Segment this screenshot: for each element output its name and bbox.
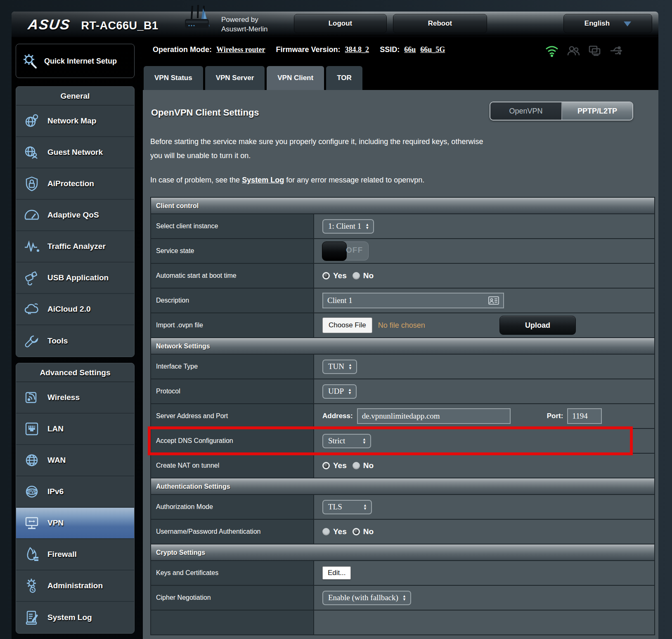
edit-keys-button[interactable]: Edit... — [322, 566, 351, 580]
userpass-no-radio[interactable] — [353, 528, 360, 535]
firmware-link[interactable]: 384.8_2 — [345, 45, 369, 54]
field-label: Authorization Mode — [151, 495, 314, 519]
system-log-icon — [24, 609, 40, 626]
page-title: OpenVPN Client Settings — [151, 107, 259, 118]
sidebar-item-label: USB Application — [47, 273, 109, 282]
sidebar-group-general: General Network Map Guest Netw — [16, 86, 135, 357]
field-label: Interface Type — [151, 355, 314, 379]
field-label: Protocol — [151, 379, 314, 403]
sidebar-item-administration[interactable]: Administration — [16, 570, 134, 602]
reboot-button[interactable]: Reboot — [393, 14, 487, 33]
tab-vpn-client[interactable]: VPN Client — [267, 66, 324, 90]
sidebar-item-label: Traffic Analyzer — [47, 242, 106, 251]
description-input[interactable]: Client 1 — [322, 293, 504, 308]
vpn-icon — [24, 515, 40, 531]
sidebar: Quick Internet Setup General Network Map — [12, 37, 143, 639]
system-log-link[interactable]: System Log — [242, 176, 284, 184]
vpn-client-panel: OpenVPN Client Settings OpenVPN PPTP/L2T… — [143, 90, 658, 639]
usb-stick-icon — [24, 270, 40, 286]
port-label: Port: — [547, 412, 563, 420]
sidebar-item-label: Administration — [47, 581, 103, 590]
accept-dns-select[interactable]: Strict ▲▼ — [322, 434, 371, 448]
select-arrows-icon: ▲▼ — [348, 363, 352, 370]
row-create-nat: Create NAT on tunnel Yes No — [151, 454, 654, 478]
autostart-no-radio[interactable] — [353, 272, 360, 279]
sidebar-item-guest-network[interactable]: Guest Network — [16, 137, 134, 168]
select-arrows-icon: ▲▼ — [365, 223, 369, 230]
sidebar-item-label: Network Map — [47, 116, 96, 125]
sidebar-item-adaptive-qos[interactable]: Adaptive QoS — [16, 200, 134, 231]
row-userpass-authentication: Username/Password Authentication Yes No — [151, 520, 654, 544]
sidebar-item-lan[interactable]: LAN — [16, 414, 134, 445]
field-label: Accept DNS Configuration — [151, 429, 314, 453]
sidebar-item-label: Guest Network — [47, 148, 103, 157]
radio-label: No — [363, 271, 374, 280]
section-client-control: Client control — [151, 198, 654, 214]
sidebar-item-aiprotection[interactable]: AiProtection — [16, 168, 134, 200]
tab-tor[interactable]: TOR — [326, 66, 362, 90]
clients-icon[interactable] — [566, 44, 580, 58]
row-protocol: Protocol UDP ▲▼ — [151, 379, 654, 404]
userpass-yes-radio[interactable] — [322, 528, 330, 535]
shield-lock-icon — [24, 175, 40, 192]
row-accept-dns-configuration: Accept DNS Configuration Strict ▲▼ — [151, 429, 654, 454]
chevron-down-icon — [624, 21, 631, 26]
language-select[interactable]: English — [563, 14, 652, 33]
gauge-icon — [24, 207, 40, 223]
tab-vpn-server[interactable]: VPN Server — [205, 66, 265, 90]
sidebar-item-ipv6[interactable]: IPV6 IPv6 — [16, 476, 134, 508]
sidebar-item-tools[interactable]: Tools — [16, 325, 134, 357]
ssid-5g-link[interactable]: 66u_5G — [420, 45, 445, 54]
router-admin-window: ASUS RT-AC66U_B1 Powered by Asuswrt-Merl… — [12, 12, 658, 639]
sidebar-item-vpn[interactable]: VPN — [16, 508, 134, 539]
router-image — [180, 5, 220, 37]
upload-button[interactable]: Upload — [499, 316, 576, 335]
row-server-address-port: Server Address and Port Address: de.vpnu… — [151, 404, 654, 429]
operation-mode-link[interactable]: Wireless router — [216, 45, 265, 54]
field-label: Create NAT on tunnel — [151, 454, 314, 478]
server-port-input[interactable]: 1194 — [567, 408, 602, 424]
wireless-icon — [24, 389, 40, 406]
file-status-text: No file chosen — [378, 321, 425, 330]
ssid-label: SSID: — [380, 45, 400, 54]
protocol-select[interactable]: UDP ▲▼ — [322, 384, 357, 399]
nat-no-radio[interactable] — [353, 462, 360, 469]
powered-by: Powered by Asuswrt-Merlin — [221, 15, 267, 34]
cipher-negotiation-select[interactable]: Enable (with fallback) ▲▼ — [322, 591, 411, 605]
sidebar-item-wireless[interactable]: Wireless — [16, 382, 134, 414]
sidebar-item-quick-internet-setup[interactable]: Quick Internet Setup — [16, 44, 135, 78]
wrench-icon — [24, 333, 40, 349]
sidebar-item-system-log[interactable]: System Log — [16, 602, 134, 633]
guest-network-icon — [24, 144, 40, 161]
client-instance-select[interactable]: 1: Client 1 ▲▼ — [322, 219, 374, 234]
logout-button[interactable]: Logout — [294, 14, 387, 33]
sidebar-item-traffic-analyzer[interactable]: Traffic Analyzer — [16, 231, 134, 263]
openvpn-toggle-button[interactable]: OpenVPN — [490, 102, 561, 120]
media-bridge-icon[interactable] — [588, 44, 602, 58]
autostart-yes-radio[interactable] — [322, 272, 330, 279]
sidebar-item-wan[interactable]: WAN — [16, 445, 134, 476]
section-crypto-settings: Crypto Settings — [151, 544, 654, 561]
interface-type-select[interactable]: TUN ▲▼ — [322, 360, 357, 374]
tab-vpn-status[interactable]: VPN Status — [144, 66, 203, 90]
usb-status-icon[interactable] — [609, 44, 624, 58]
sidebar-item-label: VPN — [47, 518, 64, 528]
row-description: Description Client 1 — [151, 289, 654, 313]
nat-yes-radio[interactable] — [322, 462, 330, 469]
ssid-24-link[interactable]: 66u — [404, 45, 416, 54]
wifi-status-icon[interactable] — [545, 44, 559, 58]
settings-table: Client control Select client instance 1:… — [150, 197, 655, 635]
sidebar-item-aicloud[interactable]: AiCloud 2.0 — [16, 294, 134, 325]
choose-file-button[interactable]: Choose File — [322, 317, 372, 333]
sidebar-item-usb-application[interactable]: USB Application — [16, 263, 134, 294]
authorization-mode-select[interactable]: TLS ▲▼ — [322, 500, 372, 514]
sidebar-item-network-map[interactable]: Network Map — [16, 106, 134, 137]
sidebar-item-firewall[interactable]: Firewall — [16, 539, 134, 570]
pptp-l2tp-toggle-button[interactable]: PPTP/L2TP — [561, 102, 632, 120]
server-address-input[interactable]: de.vpnunlimitedapp.com — [357, 408, 511, 424]
service-state-toggle[interactable]: OFF — [322, 241, 369, 260]
tab-bar: VPN Status VPN Server VPN Client TOR — [143, 66, 658, 90]
address-label: Address: — [322, 412, 353, 420]
intro-text: Before starting the service make sure yo… — [150, 90, 497, 163]
ipv6-icon: IPV6 — [24, 483, 40, 500]
